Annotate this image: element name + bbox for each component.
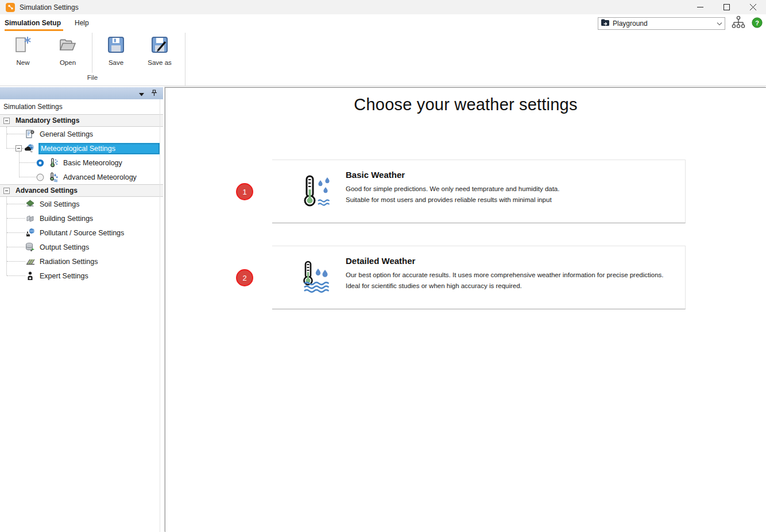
- tab-help[interactable]: Help: [75, 14, 89, 32]
- chevron-down-icon[interactable]: [139, 88, 144, 99]
- application-window: Simulation Settings Simulation Setup Hel…: [0, 0, 766, 532]
- org-chart-icon[interactable]: [731, 15, 746, 32]
- ribbon-separator: [185, 33, 185, 86]
- radio-unselected-icon[interactable]: [36, 173, 44, 181]
- radio-selected-icon[interactable]: [36, 159, 44, 167]
- thermometer-rain-icon: [301, 174, 333, 210]
- help-icon[interactable]: ?: [752, 17, 763, 30]
- save-as-button[interactable]: Save as: [144, 35, 176, 66]
- option-title: Detailed Weather: [346, 256, 683, 266]
- tree-item-radiation-settings[interactable]: Radiation Settings: [0, 254, 163, 269]
- option-description-line1: Good for simple predictions. We only nee…: [346, 184, 683, 194]
- tree-item-pollutant-source-settings[interactable]: Pollutant / Source Settings: [0, 226, 163, 240]
- tree-item-output-settings[interactable]: Output Settings: [0, 240, 163, 254]
- minimize-button[interactable]: [687, 0, 713, 14]
- tree-item-label-selected: Meteorological Settings: [38, 143, 160, 154]
- project-selector[interactable]: Playground: [598, 17, 725, 30]
- settings-tree-panel: Simulation Settings Mandatory Settings G…: [0, 87, 163, 532]
- tree-item-basic-meteorology[interactable]: Basic Meteorology: [0, 156, 163, 170]
- open-folder-icon: [52, 35, 84, 57]
- tree-item-building-settings[interactable]: Building Settings: [0, 211, 163, 226]
- close-button[interactable]: [740, 0, 766, 14]
- tree-item-meteorological-settings[interactable]: Meteorological Settings: [0, 141, 163, 156]
- option-title: Basic Weather: [346, 170, 683, 180]
- main-content-panel: Choose your weather settings 1: [165, 87, 766, 532]
- tree-group-mandatory-settings[interactable]: Mandatory Settings: [0, 114, 163, 127]
- window-title: Simulation Settings: [20, 3, 79, 11]
- svg-text:?: ?: [755, 19, 759, 26]
- tree-panel-title: Simulation Settings: [0, 99, 163, 114]
- database-arrow-icon: [25, 242, 35, 252]
- ribbon-toolbar: New Open Save Save as File: [0, 32, 766, 86]
- tree-item-label: Soil Settings: [40, 200, 79, 208]
- collapse-icon[interactable]: [3, 188, 10, 194]
- tab-simulation-setup[interactable]: Simulation Setup: [5, 14, 61, 32]
- option-description-line2: Suitable for most users and provides rel…: [346, 195, 683, 205]
- tree-item-expert-settings[interactable]: Expert Settings: [0, 269, 163, 283]
- new-button[interactable]: New: [7, 35, 39, 66]
- save-button[interactable]: Save: [100, 35, 132, 66]
- app-icon: [6, 3, 15, 12]
- tree-guide-line: [19, 152, 20, 177]
- open-button[interactable]: Open: [52, 35, 84, 66]
- save-as-floppy-pencil-icon: [144, 35, 176, 57]
- option-description-line1: Our best option for accurate results. It…: [346, 270, 683, 280]
- tree-group-label: Advanced Settings: [16, 187, 78, 195]
- tree-item-label: General Settings: [40, 130, 93, 138]
- pin-icon[interactable]: [151, 88, 157, 99]
- ribbon-separator: [92, 33, 92, 73]
- tree-item-label: Building Settings: [40, 215, 93, 223]
- save-as-button-label: Save as: [144, 59, 176, 66]
- tree-item-general-settings[interactable]: General Settings: [0, 127, 163, 141]
- thermometer-drops-icon: [49, 172, 59, 182]
- tree-item-label: Basic Meteorology: [63, 159, 122, 167]
- tree-item-label: Advanced Meteorology: [63, 173, 137, 181]
- title-bar: Simulation Settings: [0, 0, 766, 14]
- tree-guide-line: [6, 197, 7, 275]
- tree-group-advanced-settings[interactable]: Advanced Settings: [0, 184, 163, 197]
- tree-item-label: Output Settings: [40, 243, 89, 251]
- step-badge-2: 2: [236, 269, 253, 286]
- tree-item-label: Expert Settings: [40, 272, 88, 280]
- tree-guide-line: [6, 127, 7, 149]
- tree-item-label: Pollutant / Source Settings: [40, 229, 124, 237]
- folder-icon: [601, 18, 610, 29]
- tree-item-label: Radiation Settings: [40, 258, 98, 266]
- open-button-label: Open: [52, 59, 84, 66]
- tree-item-advanced-meteorology[interactable]: Advanced Meteorology: [0, 170, 163, 184]
- ribbon-group-label: File: [0, 74, 185, 81]
- option-card-basic-weather[interactable]: 1 Basic Weather Go: [272, 160, 686, 223]
- collapse-icon[interactable]: [16, 145, 22, 152]
- menu-bar: Simulation Setup Help Playground ?: [0, 14, 766, 32]
- thermometer-sparkle-icon: [49, 158, 59, 168]
- dropdown-chevron-icon: [717, 20, 722, 27]
- cloud-globe-icon: [24, 143, 34, 153]
- option-card-detailed-weather[interactable]: 2 Detailed Weather Our best opt: [272, 246, 686, 309]
- soil-icon: [25, 199, 35, 209]
- option-description-line2: Ideal for scientific studies or when hig…: [346, 281, 683, 291]
- thermometer-waves-icon: [301, 261, 333, 296]
- tree-item-soil-settings[interactable]: Soil Settings: [0, 197, 163, 211]
- tree-group-label: Mandatory Settings: [16, 117, 79, 125]
- project-selector-value: Playground: [613, 20, 714, 28]
- step-badge-1: 1: [236, 183, 253, 200]
- buildings-icon: [25, 213, 35, 223]
- save-floppy-icon: [100, 35, 132, 57]
- expert-person-icon: [25, 271, 35, 281]
- document-gear-icon: [25, 129, 35, 139]
- collapse-icon[interactable]: [3, 118, 10, 124]
- page-title: Choose your weather settings: [165, 95, 766, 114]
- factory-globe-icon: [25, 228, 35, 238]
- radiation-hatch-icon: [25, 257, 35, 266]
- maximize-button[interactable]: [713, 0, 740, 14]
- dock-panel-header: [0, 87, 163, 99]
- new-page-icon: [7, 35, 39, 57]
- save-button-label: Save: [100, 59, 132, 66]
- new-button-label: New: [7, 59, 39, 66]
